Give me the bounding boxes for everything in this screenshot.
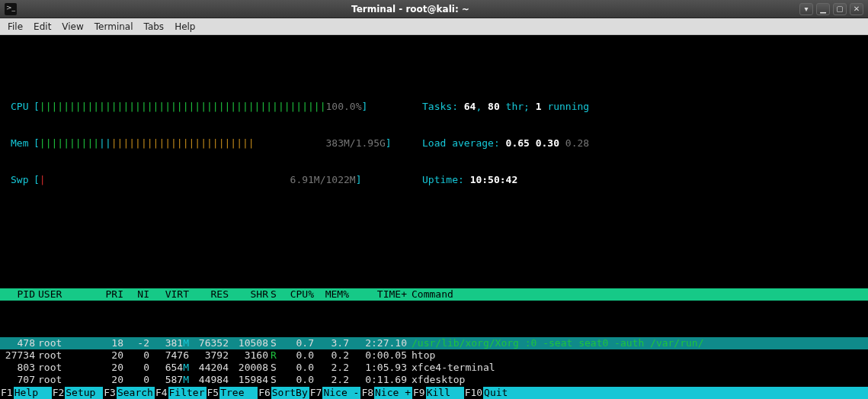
mem-meter: Mem[||||||||||||||||||||||||||||||||||||… [11, 137, 422, 150]
window-close-button[interactable]: ✕ [850, 3, 863, 15]
terminal-icon [5, 3, 17, 15]
footer-key: F9 [412, 387, 426, 399]
window-maximize-button[interactable]: ▢ [833, 3, 847, 15]
menu-terminal[interactable]: Terminal [94, 21, 133, 32]
col-s[interactable]: S [268, 288, 279, 301]
col-shr[interactable]: SHR [229, 288, 268, 301]
process-row[interactable]: 27734root200747637923160R0.00.20:00.05ht… [0, 349, 868, 362]
col-cmd[interactable]: Command [407, 288, 868, 301]
menu-edit[interactable]: Edit [34, 21, 51, 32]
window-buttons: ▾ ▁ ▢ ✕ [799, 3, 863, 15]
footer-key: F2 [52, 387, 66, 399]
footer-key: F5 [207, 387, 220, 399]
process-row[interactable]: 707root200587M4498415984S0.02.20:11.69xf… [0, 374, 868, 386]
tasks-line: Tasks: 64, 80 thr; 1 running [422, 101, 868, 113]
window-title: Terminal - root@kali: ~ [21, 4, 799, 14]
menu-view[interactable]: View [62, 21, 83, 32]
footer-label[interactable]: Search [117, 387, 155, 399]
mem-value: 383M/1.95G [326, 137, 386, 150]
window-dropdown-button[interactable]: ▾ [799, 3, 813, 15]
cpu-meter: CPU[||||||||||||||||||||||||||||||||||||… [11, 101, 422, 113]
window-minimize-button[interactable]: ▁ [816, 3, 830, 15]
meters-area: CPU[||||||||||||||||||||||||||||||||||||… [0, 76, 868, 211]
col-res[interactable]: RES [189, 288, 229, 301]
footer-label[interactable]: Filter [168, 387, 207, 399]
col-pri[interactable]: PRI [94, 288, 123, 301]
process-row[interactable]: 478root18-2381M7635210508S0.73.72:27.10/… [0, 337, 868, 349]
footer-label[interactable]: Nice - [322, 387, 360, 399]
footer-key: F1 [0, 387, 14, 399]
window-titlebar: Terminal - root@kali: ~ ▾ ▁ ▢ ✕ [0, 0, 868, 18]
swp-meter: Swp[| 6.91M/1022M] [11, 174, 422, 186]
col-ni[interactable]: NI [123, 288, 149, 301]
footer-key: F8 [360, 387, 374, 399]
terminal-viewport[interactable]: CPU[||||||||||||||||||||||||||||||||||||… [0, 35, 868, 399]
footer-label[interactable]: Setup [65, 387, 103, 399]
menu-file[interactable]: File [8, 21, 23, 32]
footer-key: F10 [464, 387, 483, 399]
swp-value: 6.91M/1022M [290, 174, 356, 186]
cpu-value: 100.0% [326, 101, 362, 113]
menu-help[interactable]: Help [175, 21, 195, 32]
footer-key: F6 [258, 387, 271, 399]
swp-label: Swp [11, 174, 34, 186]
footer-key: F3 [103, 387, 117, 399]
footer-bar: F1Help F2Setup F3SearchF4FilterF5Tree F6… [0, 387, 868, 399]
col-user[interactable]: USER [35, 288, 94, 301]
menu-tabs[interactable]: Tabs [144, 21, 165, 32]
uptime-line: Uptime: 10:50:42 [422, 174, 868, 186]
footer-label[interactable]: SortBy [271, 387, 309, 399]
loadavg-line: Load average: 0.65 0.30 0.28 [422, 137, 868, 150]
col-pid[interactable]: PID [0, 288, 35, 301]
footer-label[interactable]: Help [14, 387, 52, 399]
menubar: File Edit View Terminal Tabs Help [0, 18, 868, 35]
mem-label: Mem [11, 137, 34, 150]
column-header[interactable]: PID USER PRI NI VIRT RES SHR S CPU% MEM%… [0, 288, 868, 301]
col-virt[interactable]: VIRT [149, 288, 189, 301]
footer-label[interactable]: Kill [426, 387, 464, 399]
cpu-label: CPU [11, 101, 34, 113]
col-cpu[interactable]: CPU% [279, 288, 314, 301]
process-row[interactable]: 803root200654M4420420008S0.02.21:05.93xf… [0, 362, 868, 374]
footer-label[interactable]: Tree [219, 387, 258, 399]
footer-key: F7 [309, 387, 323, 399]
col-time[interactable]: TIME+ [349, 288, 407, 301]
footer-label[interactable]: Quit [483, 387, 521, 399]
footer-label[interactable]: Nice + [374, 387, 412, 399]
col-mem[interactable]: MEM% [314, 288, 349, 301]
footer-key: F4 [155, 387, 168, 399]
